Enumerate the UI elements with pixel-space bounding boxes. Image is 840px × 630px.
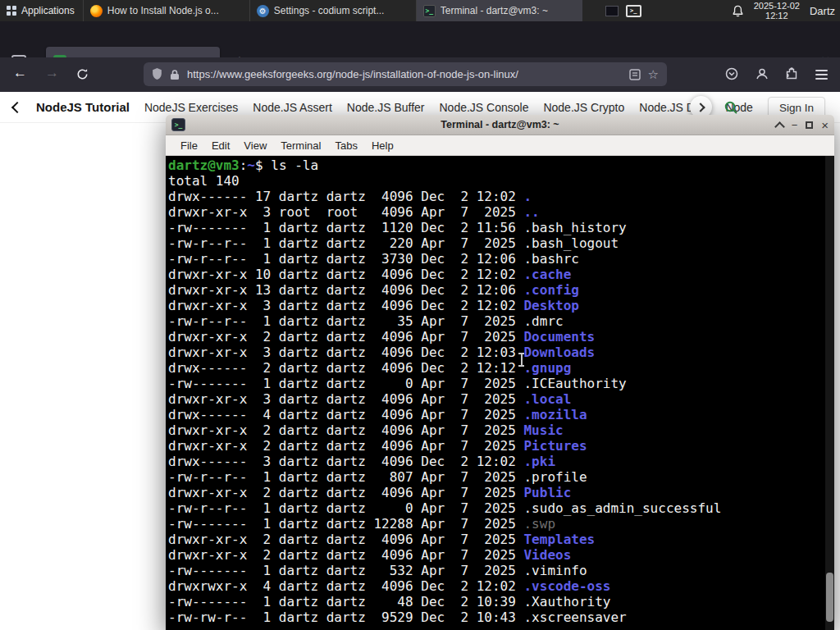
extensions-puzzle-icon[interactable] bbox=[785, 67, 798, 84]
site-nav-link[interactable]: Node.JS Console bbox=[439, 101, 528, 114]
terminal-line: drwxr-xr-x 2 dartz dartz 4096 Apr 7 2025… bbox=[168, 329, 824, 345]
terminal-command: ls -la bbox=[271, 158, 318, 173]
site-search-icon[interactable] bbox=[724, 100, 738, 115]
site-nav-link[interactable]: Node.JS Crypto bbox=[543, 101, 624, 114]
terminal-line: -rw------- 1 dartz dartz 12288 Apr 7 202… bbox=[168, 516, 824, 532]
menu-help[interactable]: Help bbox=[372, 139, 394, 152]
menu-edit[interactable]: Edit bbox=[212, 139, 230, 152]
directory-name: .gnupg bbox=[523, 360, 571, 376]
task-title-terminal: Terminal - dartz@vm3: ~ bbox=[441, 5, 548, 16]
terminal-line: drwxr-xr-x 3 dartz dartz 4096 Dec 2 12:0… bbox=[168, 345, 824, 360]
terminal-line: drwxr-xr-x 2 dartz dartz 4096 Apr 7 2025… bbox=[168, 422, 824, 438]
forward-button[interactable]: → bbox=[45, 65, 59, 81]
menu-view[interactable]: View bbox=[244, 139, 267, 152]
terminal-line: drwx------ 4 dartz dartz 4096 Apr 7 2025… bbox=[168, 407, 824, 422]
terminal-shade-icon[interactable] bbox=[774, 121, 785, 132]
settings-gear-icon: ⚙ bbox=[257, 5, 269, 17]
clock[interactable]: 2025-12-02 12:12 bbox=[754, 1, 800, 21]
directory-name: Music bbox=[523, 422, 563, 438]
file-name: .swp bbox=[523, 516, 555, 532]
file-name: .sudo_as_admin_successful bbox=[523, 500, 721, 516]
desktop-panel: Applications How to Install Node.js o...… bbox=[0, 0, 840, 21]
hamburger-menu-icon[interactable] bbox=[815, 70, 828, 80]
taskbar-item-terminal[interactable]: >_ Terminal - dartz@vm3: ~ bbox=[416, 0, 582, 21]
terminal-screen[interactable]: dartz@vm3:~$ ls -la total 140 drwx------… bbox=[166, 156, 834, 630]
url-bar[interactable]: https://www.geeksforgeeks.org/node-js/in… bbox=[144, 62, 667, 86]
taskbar-item-firefox[interactable]: How to Install Node.js o... bbox=[83, 0, 249, 21]
terminal-titlebar[interactable]: >_ Terminal - dartz@vm3: ~ − × bbox=[166, 115, 834, 135]
terminal-line: drwx------ 3 dartz dartz 4096 Dec 2 12:0… bbox=[168, 454, 824, 469]
directory-name: Videos bbox=[523, 547, 571, 563]
terminal-line: -rw------- 1 dartz dartz 1120 Dec 2 11:5… bbox=[168, 220, 824, 235]
terminal-line: drwxr-xr-x 2 dartz dartz 4096 Apr 7 2025… bbox=[168, 547, 824, 563]
bookmark-star-icon[interactable]: ☆ bbox=[648, 67, 659, 82]
browser-tab-strip: G How to Install Node.js on × + − × bbox=[0, 21, 840, 57]
file-name: .profile bbox=[523, 469, 587, 485]
applications-menu-button[interactable]: Applications bbox=[0, 0, 83, 21]
back-button[interactable]: ← bbox=[13, 65, 27, 81]
terminal-line: -rw-r--r-- 1 dartz dartz 220 Apr 7 2025 … bbox=[168, 235, 824, 251]
site-nav-link[interactable]: Node.JS Buffer bbox=[347, 101, 425, 114]
account-icon[interactable] bbox=[756, 67, 769, 84]
terminal-line: drwx------ 2 dartz dartz 4096 Dec 2 12:1… bbox=[168, 360, 824, 376]
tracking-shield-icon[interactable] bbox=[152, 68, 162, 80]
prompt-space bbox=[263, 158, 272, 173]
terminal-maximize-button[interactable] bbox=[806, 121, 813, 129]
file-name: .bash_logout bbox=[523, 235, 619, 251]
clock-date: 2025-12-02 bbox=[754, 1, 800, 11]
menu-terminal[interactable]: Terminal bbox=[281, 139, 321, 152]
terminal-line: drwx------ 17 dartz dartz 4096 Dec 2 12:… bbox=[168, 189, 824, 204]
terminal-line: drwxr-xr-x 10 dartz dartz 4096 Dec 2 12:… bbox=[168, 267, 824, 282]
terminal-line: -rw-rw-r-- 1 dartz dartz 9529 Dec 2 10:4… bbox=[168, 609, 824, 625]
site-nav-link[interactable]: Node.JS Assert bbox=[253, 101, 332, 114]
browser-toolbar: ← → https://www.geeksforgeeks.org/node-j… bbox=[0, 57, 840, 92]
file-name: .viminfo bbox=[523, 563, 587, 578]
terminal-line: drwxr-xr-x 3 root root 4096 Apr 7 2025 .… bbox=[168, 204, 824, 220]
directory-name: .config bbox=[523, 282, 578, 298]
directory-name: .. bbox=[523, 204, 539, 220]
clock-time: 12:12 bbox=[754, 11, 800, 21]
tray-app-icon[interactable] bbox=[605, 6, 619, 16]
terminal-window: >_ Terminal - dartz@vm3: ~ − × File Edit… bbox=[166, 115, 834, 630]
reload-button[interactable] bbox=[76, 68, 89, 84]
directory-name: .pki bbox=[523, 454, 555, 469]
terminal-line: drwxr-xr-x 2 dartz dartz 4096 Apr 7 2025… bbox=[168, 532, 824, 547]
terminal-line: -rw------- 1 dartz dartz 0 Apr 7 2025 .I… bbox=[168, 376, 824, 391]
notifications-bell-icon[interactable] bbox=[732, 5, 744, 17]
terminal-line: -rw------- 1 dartz dartz 532 Apr 7 2025 … bbox=[168, 563, 824, 578]
pocket-icon[interactable] bbox=[725, 67, 738, 84]
terminal-prompt-line: dartz@vm3:~$ ls -la bbox=[168, 158, 824, 173]
directory-name: Public bbox=[523, 485, 571, 500]
terminal-line: drwxrwxr-x 4 dartz dartz 4096 Dec 2 12:0… bbox=[168, 578, 824, 594]
terminal-line: drwxr-xr-x 3 dartz dartz 4096 Apr 7 2025… bbox=[168, 391, 824, 407]
prompt-separator: : bbox=[240, 158, 248, 173]
file-name: .dmrc bbox=[523, 313, 563, 329]
terminal-menubar: File Edit View Terminal Tabs Help bbox=[166, 135, 834, 156]
terminal-minimize-button[interactable]: − bbox=[792, 120, 798, 130]
directory-name: .local bbox=[523, 391, 571, 407]
terminal-line: drwxr-xr-x 2 dartz dartz 4096 Apr 7 2025… bbox=[168, 485, 824, 500]
terminal-close-button[interactable]: × bbox=[821, 119, 829, 131]
terminal-icon: >_ bbox=[423, 5, 436, 17]
terminal-line: -rw-r--r-- 1 dartz dartz 35 Apr 7 2025 .… bbox=[168, 313, 824, 329]
mouse-cursor-ibeam bbox=[518, 353, 525, 367]
directory-name: .mozilla bbox=[523, 407, 587, 422]
site-nav-link[interactable]: NodeJS Exercises bbox=[144, 101, 238, 114]
prompt-path: ~ bbox=[247, 158, 255, 173]
url-text[interactable]: https://www.geeksforgeeks.org/node-js/in… bbox=[187, 68, 622, 80]
directory-name: . bbox=[523, 189, 532, 204]
site-nav-primary-link[interactable]: NodeJS Tutorial bbox=[36, 100, 130, 114]
firefox-icon bbox=[90, 5, 103, 17]
reader-view-icon[interactable] bbox=[629, 69, 641, 80]
tray-terminal-icon[interactable]: >_ bbox=[626, 5, 641, 17]
file-name: .bash_history bbox=[523, 220, 626, 235]
menu-tabs[interactable]: Tabs bbox=[335, 139, 357, 152]
menu-file[interactable]: File bbox=[180, 139, 198, 152]
panel-username: Dartz bbox=[810, 5, 835, 17]
taskbar-item-codium-settings[interactable]: ⚙ Settings - codium script... bbox=[249, 0, 416, 21]
terminal-scrollbar-thumb[interactable] bbox=[826, 573, 833, 622]
nav-chevron-left-icon[interactable] bbox=[11, 101, 23, 112]
lock-icon[interactable] bbox=[170, 69, 180, 80]
terminal-scrollbar[interactable] bbox=[825, 156, 834, 630]
file-name: .bashrc bbox=[523, 251, 578, 267]
